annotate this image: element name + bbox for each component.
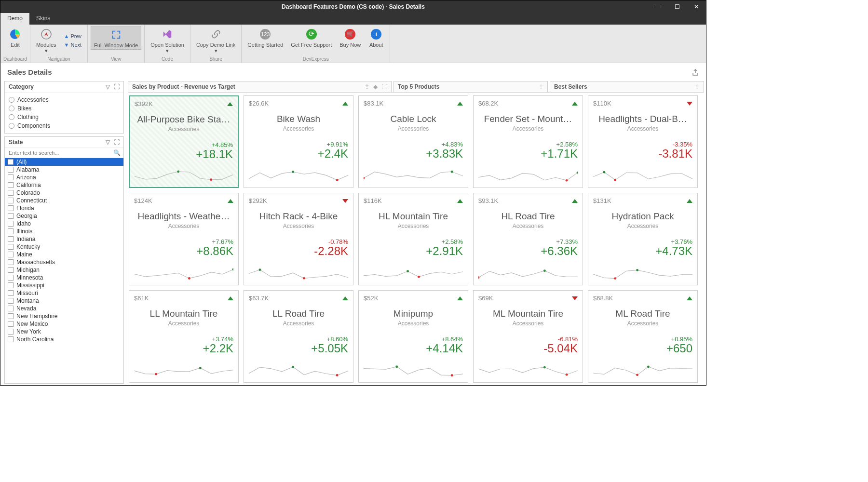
filter-icon[interactable]: ▽ bbox=[106, 83, 110, 90]
state-item[interactable]: Mississippi bbox=[5, 281, 123, 289]
trend-up-icon bbox=[572, 102, 578, 106]
edit-button[interactable]: Edit bbox=[4, 27, 26, 49]
state-item[interactable]: Arizona bbox=[5, 174, 123, 181]
card-delta: +4.73K bbox=[593, 245, 692, 257]
maximize-icon[interactable]: ⛶ bbox=[114, 83, 120, 90]
filter-icon[interactable]: ▽ bbox=[106, 139, 110, 146]
next-button[interactable]: ▼ Next bbox=[61, 41, 85, 49]
state-item[interactable]: New Mexico bbox=[5, 320, 123, 328]
about-button[interactable]: i About bbox=[366, 27, 387, 49]
category-item[interactable]: Components bbox=[9, 121, 120, 130]
state-item[interactable]: New York bbox=[5, 328, 123, 335]
state-search-input[interactable] bbox=[8, 149, 113, 157]
product-card[interactable]: $124KHeadlights - Weathe…Accessories+7.6… bbox=[129, 193, 239, 285]
product-card[interactable]: $68.8KML Road TireAccessories+0.95%+650 bbox=[588, 290, 698, 383]
titlebar: Dashboard Features Demo (CS code) - Sale… bbox=[0, 0, 706, 13]
state-item[interactable]: Florida bbox=[5, 204, 123, 212]
trend-up-icon bbox=[342, 296, 348, 300]
maximize-button[interactable]: ☐ bbox=[667, 0, 687, 13]
prev-button[interactable]: ▲ Prev bbox=[61, 32, 85, 40]
category-item[interactable]: Bikes bbox=[9, 104, 120, 113]
checkbox-icon bbox=[8, 259, 14, 265]
trend-up-icon bbox=[228, 199, 233, 203]
card-value: $63.7K bbox=[249, 295, 269, 302]
maximize-icon[interactable]: ⛶ bbox=[381, 83, 387, 90]
product-card[interactable]: $292KHitch Rack - 4-BikeAccessories-0.78… bbox=[244, 193, 353, 285]
category-title: Category bbox=[9, 83, 34, 90]
export-icon[interactable]: ⇪ bbox=[365, 83, 369, 90]
state-item[interactable]: Connecticut bbox=[5, 197, 123, 204]
buynow-button[interactable]: 🛒 Buy Now bbox=[337, 27, 364, 49]
product-card[interactable]: $392KAll-Purpose Bike Sta…Accessories+4.… bbox=[129, 95, 239, 188]
state-item[interactable]: North Carolina bbox=[5, 335, 123, 343]
checkbox-icon bbox=[8, 306, 14, 311]
gettingstarted-button[interactable]: 123 Getting Started bbox=[244, 27, 286, 49]
product-card[interactable]: $131KHydration PackAccessories+3.76%+4.7… bbox=[588, 193, 698, 285]
opensolution-button[interactable]: Open Solution ▾ bbox=[148, 27, 187, 54]
card-value: $110K bbox=[593, 100, 611, 107]
product-card[interactable]: $26.6KBike WashAccessories+9.91%+2.4K bbox=[244, 95, 353, 188]
card-name: LL Road Tire bbox=[249, 308, 348, 319]
product-card[interactable]: $61KLL Mountain TireAccessories+3.74%+2.… bbox=[129, 290, 239, 383]
product-card[interactable]: $83.1KCable LockAccessories+4.83%+3.83K bbox=[358, 95, 468, 188]
copydemo-button[interactable]: Copy Demo Link ▾ bbox=[193, 27, 238, 54]
state-item[interactable]: Georgia bbox=[5, 212, 123, 220]
checkbox-icon bbox=[8, 252, 14, 257]
svg-point-4 bbox=[292, 171, 294, 173]
state-item[interactable]: Massachusetts bbox=[5, 258, 123, 266]
checkbox-icon bbox=[8, 298, 14, 304]
state-item[interactable]: (All) bbox=[5, 158, 123, 166]
product-card[interactable]: $68.2KFender Set - Mount…Accessories+2.5… bbox=[473, 95, 583, 188]
state-item[interactable]: Maine bbox=[5, 251, 123, 258]
state-item[interactable]: Colorado bbox=[5, 189, 123, 197]
category-item[interactable]: Accessories bbox=[9, 95, 120, 104]
modules-button[interactable]: Modules ▾ bbox=[33, 27, 59, 54]
product-card[interactable]: $63.7KLL Road TireAccessories+8.60%+5.05… bbox=[244, 290, 353, 383]
state-item[interactable]: Nevada bbox=[5, 305, 123, 312]
state-item[interactable]: New Hampshire bbox=[5, 312, 123, 320]
layers-icon[interactable]: ◆ bbox=[373, 83, 378, 90]
trend-up-icon bbox=[457, 102, 463, 106]
tab-skins[interactable]: Skins bbox=[29, 13, 57, 25]
product-card[interactable]: $116KHL Mountain TireAccessories+2.58%+2… bbox=[358, 193, 468, 285]
product-card[interactable]: $93.1KHL Road TireAccessories+7.33%+6.36… bbox=[473, 193, 583, 285]
svg-point-7 bbox=[566, 179, 568, 182]
export-icon[interactable]: ⇪ bbox=[539, 83, 543, 90]
cards-container[interactable]: $392KAll-Purpose Bike Sta…Accessories+4.… bbox=[128, 93, 704, 384]
category-item[interactable]: Clothing bbox=[9, 113, 120, 121]
svg-point-30 bbox=[647, 365, 650, 368]
state-item[interactable]: Idaho bbox=[5, 220, 123, 228]
state-item[interactable]: Kentucky bbox=[5, 243, 123, 251]
radio-icon bbox=[9, 97, 14, 103]
state-item[interactable]: Alabama bbox=[5, 166, 123, 174]
maximize-icon[interactable]: ⛶ bbox=[114, 139, 120, 146]
card-category: Accessories bbox=[593, 223, 692, 229]
product-card[interactable]: $110KHeadlights - Dual-B…Accessories-3.3… bbox=[588, 95, 698, 188]
fullwindow-button[interactable]: Full-Window Mode bbox=[91, 27, 141, 50]
export-icon[interactable]: ⇪ bbox=[695, 83, 700, 90]
number-icon: 123 bbox=[258, 27, 272, 41]
card-name: HL Mountain Tire bbox=[364, 211, 463, 222]
freesupport-button[interactable]: ⟳ Get Free Support bbox=[288, 27, 335, 49]
product-card[interactable]: $69KML Mountain TireAccessories-6.81%-5.… bbox=[473, 290, 583, 383]
minimize-button[interactable]: — bbox=[648, 0, 667, 13]
card-value: $83.1K bbox=[364, 100, 383, 107]
state-item[interactable]: California bbox=[5, 181, 123, 189]
refresh-icon: ⟳ bbox=[305, 27, 318, 41]
state-item[interactable]: Michigan bbox=[5, 266, 123, 274]
search-icon[interactable]: 🔍 bbox=[113, 149, 121, 156]
state-item[interactable]: Montana bbox=[5, 297, 123, 305]
svg-point-21 bbox=[155, 373, 157, 375]
close-button[interactable]: ✕ bbox=[687, 0, 706, 13]
state-title: State bbox=[9, 139, 23, 146]
state-item[interactable]: Illinois bbox=[5, 228, 123, 235]
state-item[interactable]: Minnesota bbox=[5, 274, 123, 281]
state-list[interactable]: (All)AlabamaArizonaCaliforniaColoradoCon… bbox=[5, 158, 123, 383]
export-icon[interactable] bbox=[692, 68, 699, 76]
state-item[interactable]: Indiana bbox=[5, 235, 123, 243]
tab-demo[interactable]: Demo bbox=[0, 13, 29, 25]
pie-icon bbox=[8, 27, 22, 41]
product-card[interactable]: $52KMinipumpAccessories+8.64%+4.14K bbox=[358, 290, 468, 383]
state-item[interactable]: Missouri bbox=[5, 289, 123, 297]
card-name: Cable Lock bbox=[364, 114, 463, 124]
